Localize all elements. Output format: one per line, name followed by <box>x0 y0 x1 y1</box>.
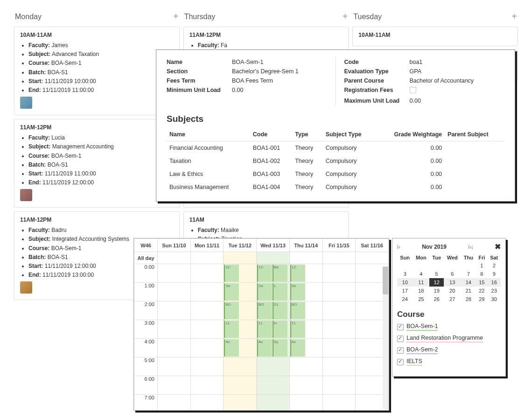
time-cell[interactable] <box>289 376 322 395</box>
prev-month-icon[interactable]: ï› <box>397 244 400 250</box>
table-row[interactable]: Business ManagementBOA1-004TheoryCompuls… <box>167 181 504 194</box>
time-cell[interactable] <box>158 339 191 357</box>
date-cell[interactable]: 5 <box>429 270 444 278</box>
time-cell[interactable] <box>322 301 356 320</box>
date-cell[interactable]: 23 <box>487 287 501 295</box>
month-grid[interactable]: SunMonTueWedThuFriSat 123456789101112131… <box>397 254 501 303</box>
time-cell[interactable] <box>289 357 322 376</box>
week-day-header[interactable]: Sun 11/10 <box>158 239 191 252</box>
date-cell[interactable]: 16 <box>487 278 501 287</box>
time-cell[interactable]: BO <box>224 301 257 320</box>
time-cell[interactable] <box>158 357 191 376</box>
time-cell[interactable] <box>190 376 224 395</box>
date-cell[interactable]: 10 <box>397 278 413 287</box>
time-cell[interactable]: 12:Ba <box>257 264 290 283</box>
scrollbar[interactable] <box>383 266 388 410</box>
date-cell[interactable]: 17 <box>397 287 413 295</box>
time-cell[interactable] <box>190 339 224 357</box>
week-day-header[interactable]: Fri 11/15 <box>322 239 356 252</box>
date-cell[interactable]: 8 <box>476 270 487 278</box>
time-cell[interactable]: BO <box>289 301 322 320</box>
time-cell[interactable] <box>158 301 191 320</box>
time-cell[interactable] <box>322 339 356 357</box>
time-cell[interactable] <box>257 395 290 411</box>
time-cell[interactable] <box>158 395 191 411</box>
date-cell[interactable]: 12 <box>429 278 444 287</box>
date-cell[interactable]: 11 <box>413 278 429 287</box>
time-cell[interactable] <box>158 283 191 301</box>
time-cell[interactable] <box>190 264 224 283</box>
schedule-card[interactable]: 11AM-12PMFaculty: LuciaSubject: Manageme… <box>14 119 180 208</box>
week-day-header[interactable]: Mon 11/11 <box>190 239 224 252</box>
date-cell[interactable]: 20 <box>444 287 461 295</box>
registration-fees-checkbox[interactable] <box>410 87 416 93</box>
date-cell[interactable]: 13 <box>444 278 461 287</box>
time-cell[interactable]: Se <box>224 283 257 301</box>
time-cell[interactable] <box>158 264 191 283</box>
date-cell[interactable]: 15 <box>476 278 487 287</box>
date-cell[interactable]: 2 <box>487 261 501 270</box>
filter-item[interactable]: BOA-Sem-2 <box>397 346 501 354</box>
next-month-icon[interactable]: ï›¡ <box>468 244 473 250</box>
time-cell[interactable] <box>190 320 224 339</box>
time-cell[interactable] <box>158 376 191 395</box>
time-cell[interactable]: Se1 <box>257 283 290 301</box>
schedule-card[interactable]: 10AM-11AMFaculty: JamesSubject: Advanced… <box>14 27 180 115</box>
table-row[interactable]: Law & EthicsBOA1-003TheoryCompulsory0.00 <box>167 168 504 181</box>
time-cell[interactable]: BOS1 <box>257 301 290 320</box>
time-cell[interactable] <box>322 283 356 301</box>
time-cell[interactable]: Se <box>289 283 322 301</box>
date-cell[interactable]: 29 <box>476 295 487 303</box>
time-cell[interactable] <box>224 376 257 395</box>
date-cell[interactable]: 30 <box>487 295 501 303</box>
date-cell[interactable]: 25 <box>413 295 429 303</box>
filter-item[interactable]: IELTS <box>397 358 501 366</box>
time-cell[interactable] <box>289 395 322 411</box>
time-cell[interactable] <box>322 320 356 339</box>
checkbox-icon[interactable] <box>397 324 404 330</box>
time-cell[interactable] <box>158 320 191 339</box>
filter-item[interactable]: Land Restoration Programme <box>397 335 501 343</box>
date-cell[interactable]: 28 <box>461 295 476 303</box>
date-cell[interactable]: 6 <box>444 270 461 278</box>
add-icon[interactable]: + <box>511 11 517 22</box>
time-cell[interactable] <box>224 357 257 376</box>
checkbox-icon[interactable] <box>397 336 404 342</box>
table-row[interactable]: Financial AccountingBOA1-001TheoryCompul… <box>167 141 504 155</box>
time-cell[interactable] <box>257 376 290 395</box>
time-cell[interactable] <box>224 395 257 411</box>
time-cell[interactable]: Ac <box>289 339 322 357</box>
date-cell[interactable]: 14 <box>461 278 476 287</box>
time-cell[interactable] <box>322 264 356 283</box>
week-day-header[interactable]: Wed 11/13 <box>257 239 290 252</box>
date-cell[interactable]: 24 <box>397 295 413 303</box>
time-cell[interactable] <box>190 357 224 376</box>
filter-item[interactable]: BOA-Sem-1 <box>397 323 501 331</box>
date-cell[interactable]: 22 <box>476 287 487 295</box>
time-cell[interactable]: 11 <box>289 320 322 339</box>
time-cell[interactable] <box>190 283 224 301</box>
date-cell[interactable]: 19 <box>429 287 444 295</box>
schedule-card[interactable]: 10AM-11AM <box>352 27 518 46</box>
add-icon[interactable]: + <box>173 11 179 22</box>
time-cell[interactable] <box>190 301 224 320</box>
date-cell[interactable]: 4 <box>413 270 429 278</box>
time-cell[interactable]: 11 <box>224 320 257 339</box>
time-cell[interactable]: AcSy <box>257 339 290 357</box>
week-day-header[interactable]: Sat 11/16 <box>356 239 389 252</box>
date-cell[interactable]: 26 <box>429 295 444 303</box>
time-cell[interactable] <box>322 357 356 376</box>
time-cell[interactable] <box>190 395 224 411</box>
date-cell[interactable]: 3 <box>397 270 413 278</box>
date-cell[interactable]: 1 <box>476 261 487 270</box>
time-cell[interactable]: 12: <box>224 264 257 283</box>
date-cell[interactable]: 7 <box>461 270 476 278</box>
time-cell[interactable] <box>322 395 356 411</box>
week-day-header[interactable]: Thu 11/14 <box>289 239 322 252</box>
time-cell[interactable] <box>257 357 290 376</box>
date-cell[interactable]: 18 <box>413 287 429 295</box>
table-row[interactable]: TaxationBOA1-002TheoryCompulsory0.00 <box>167 154 504 168</box>
date-cell[interactable]: 27 <box>444 295 461 303</box>
time-cell[interactable]: Ac <box>224 339 257 357</box>
close-icon[interactable]: ✖ <box>495 242 501 251</box>
